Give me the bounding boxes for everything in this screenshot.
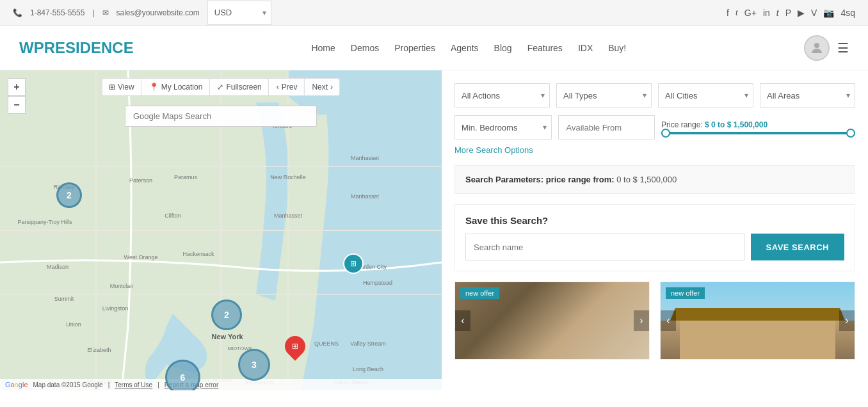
- svg-text:Manhasset: Manhasset: [351, 155, 380, 161]
- nav-features[interactable]: Features: [527, 43, 563, 53]
- view-icon: ⊞: [109, 83, 115, 92]
- hamburger-menu[interactable]: ☰: [837, 40, 849, 56]
- fullscreen-button[interactable]: ⤢ Fullscreen: [211, 79, 268, 95]
- my-location-button[interactable]: 📍 My Location: [143, 79, 210, 95]
- save-search-section: Save this Search? SAVE SEARCH: [454, 204, 855, 271]
- twitter-icon[interactable]: t: [735, 8, 738, 18]
- foursquare-icon[interactable]: 4sq: [840, 8, 855, 18]
- view-button[interactable]: ⊞ View: [102, 79, 141, 95]
- svg-text:New Rochelle: New Rochelle: [270, 174, 306, 180]
- map-marker-cluster-6[interactable]: 6: [165, 360, 200, 390]
- googleplus-icon[interactable]: G+: [744, 8, 757, 18]
- map-search-input[interactable]: [125, 106, 317, 127]
- search-name-input[interactable]: [465, 234, 744, 260]
- map-controls: + −: [8, 78, 26, 114]
- svg-text:Parsippany-Troy Hills: Parsippany-Troy Hills: [17, 219, 72, 225]
- prev-button[interactable]: ‹ Prev: [270, 79, 305, 95]
- save-search-title: Save this Search?: [465, 215, 844, 226]
- property-cards: new offer ‹ › new offer: [454, 282, 855, 360]
- map-copyright: Map data ©2015 Google: [33, 381, 103, 388]
- map-marker-pin[interactable]: ⊞: [285, 336, 305, 362]
- phone-number: 1-847-555-5555: [30, 8, 84, 17]
- vimeo-icon[interactable]: V: [811, 8, 817, 18]
- svg-text:West Orange: West Orange: [124, 254, 158, 260]
- types-filter[interactable]: All Types House Apartment Commercial: [556, 83, 652, 108]
- currency-select[interactable]: USD EUR GBP: [207, 1, 271, 25]
- svg-text:Summit: Summit: [54, 296, 74, 302]
- zoom-out-button[interactable]: −: [8, 96, 26, 114]
- svg-text:Elizabeth: Elizabeth: [87, 347, 111, 353]
- youtube-icon[interactable]: ▶: [798, 8, 805, 18]
- terms-link[interactable]: Terms of Use: [115, 381, 152, 388]
- save-search-row: SAVE SEARCH: [465, 234, 844, 260]
- svg-text:Hackensack: Hackensack: [182, 251, 214, 257]
- available-from-field[interactable]: [558, 115, 655, 140]
- email-address: sales@yourwebsite.com: [117, 8, 200, 17]
- nav-blog[interactable]: Blog: [494, 43, 512, 53]
- cities-filter[interactable]: All Cities New York Los Angeles: [658, 83, 753, 108]
- nav-demos[interactable]: Demos: [351, 43, 379, 53]
- currency-selector[interactable]: USD EUR GBP: [207, 1, 271, 25]
- filter-row-1: All Actions For Sale For Rent All Types …: [454, 83, 855, 108]
- topbar-social: f t G+ in t P ▶ V 📷 4sq: [727, 8, 855, 18]
- zoom-in-button[interactable]: +: [8, 78, 26, 96]
- areas-filter[interactable]: All Areas Manhattan Brooklyn Queens: [760, 83, 855, 108]
- save-search-button[interactable]: SAVE SEARCH: [751, 234, 844, 260]
- map-marker-cluster-3[interactable]: 3: [238, 349, 270, 381]
- search-params-value: 0 to $ 1,500,000: [616, 175, 677, 184]
- google-logo: Google: [5, 381, 28, 388]
- price-range-slider[interactable]: [661, 132, 855, 134]
- card-next-button-2[interactable]: ›: [839, 310, 855, 331]
- user-avatar[interactable]: [804, 35, 830, 61]
- nav-idx[interactable]: IDX: [578, 43, 593, 53]
- cities-select[interactable]: All Cities New York Los Angeles: [658, 83, 753, 108]
- map-marker-cluster-1[interactable]: 2: [56, 182, 82, 208]
- logo[interactable]: WPRESIDENCE: [19, 39, 134, 57]
- nav-agents[interactable]: Agents: [451, 43, 479, 53]
- card-next-button-1[interactable]: ›: [634, 310, 649, 331]
- property-card-1[interactable]: new offer ‹ ›: [454, 282, 650, 360]
- svg-text:Paterson: Paterson: [129, 177, 152, 184]
- next-button[interactable]: Next ›: [305, 79, 339, 95]
- card-image-2: new offer ‹ ›: [661, 282, 855, 359]
- email-icon: ✉: [102, 8, 109, 17]
- svg-text:Montclair: Montclair: [110, 283, 134, 289]
- map-search-box[interactable]: [125, 106, 317, 127]
- property-card-2[interactable]: new offer ‹ ›: [660, 282, 855, 360]
- logo-wp: WP: [19, 39, 44, 56]
- card-image-1: new offer ‹ ›: [455, 282, 649, 359]
- price-range-label: Price range: $ 0 to $ 1,500,000: [661, 120, 855, 129]
- prev-icon: ‹: [277, 83, 279, 92]
- pinterest-icon[interactable]: P: [785, 8, 791, 18]
- instagram-icon[interactable]: 📷: [823, 8, 834, 18]
- bedrooms-select[interactable]: Min. Bedrooms 1 2 3 4 5+: [454, 115, 552, 140]
- range-thumb-right[interactable]: [846, 129, 855, 138]
- svg-text:Long Beach: Long Beach: [353, 366, 383, 372]
- card-prev-button-2[interactable]: ‹: [661, 310, 676, 331]
- more-search-options-link[interactable]: More Search Options: [454, 145, 533, 155]
- bedrooms-filter[interactable]: Min. Bedrooms 1 2 3 4 5+: [454, 115, 552, 140]
- svg-text:Manhasset: Manhasset: [274, 212, 303, 219]
- linkedin-icon[interactable]: in: [763, 8, 770, 18]
- facebook-icon[interactable]: f: [727, 8, 729, 18]
- price-range-section: Price range: $ 0 to $ 1,500,000: [661, 120, 855, 134]
- range-thumb-left[interactable]: [661, 129, 670, 138]
- nav-buy[interactable]: Buy!: [608, 43, 626, 53]
- phone-icon: 📞: [13, 8, 22, 17]
- map-marker-building-1[interactable]: ⊞: [343, 253, 364, 274]
- svg-text:Union: Union: [66, 321, 81, 328]
- nav-properties[interactable]: Properties: [394, 43, 435, 53]
- areas-select[interactable]: All Areas Manhattan Brooklyn Queens: [760, 83, 855, 108]
- tumblr-icon[interactable]: t: [776, 8, 779, 18]
- actions-filter[interactable]: All Actions For Sale For Rent: [454, 83, 550, 108]
- card-prev-button-1[interactable]: ‹: [455, 310, 470, 331]
- svg-text:Livingston: Livingston: [102, 305, 129, 312]
- range-fill: [661, 132, 855, 134]
- search-params: Search Parameters: price range from: 0 t…: [454, 165, 855, 194]
- available-from-input[interactable]: [558, 115, 655, 140]
- map-marker-cluster-2[interactable]: 2: [211, 299, 242, 330]
- nav-home[interactable]: Home: [311, 43, 335, 53]
- location-icon: 📍: [149, 83, 159, 92]
- actions-select[interactable]: All Actions For Sale For Rent: [454, 83, 550, 108]
- types-select[interactable]: All Types House Apartment Commercial: [556, 83, 652, 108]
